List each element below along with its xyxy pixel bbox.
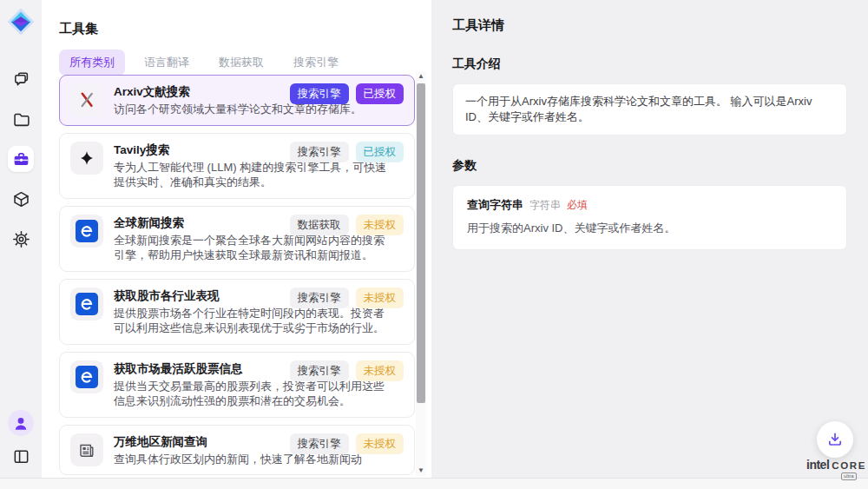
parameter-header: 查询字符串 字符串 必填	[467, 197, 832, 213]
tool-card[interactable]: 万维地区新闻查询 查询具体行政区划内的新闻，快速了解各地新闻动 搜索引擎 未授权	[59, 425, 415, 476]
auth-status-badge[interactable]: 未授权	[356, 215, 404, 235]
app-logo-gem-icon	[6, 7, 36, 36]
tool-description: 专为人工智能代理 (LLM) 构建的搜索引擎工具，可快速提供实时、准确和真实的结…	[114, 160, 391, 190]
gear-icon	[12, 230, 30, 248]
chat-icon	[12, 70, 30, 89]
auth-status-badge[interactable]: 已授权	[356, 83, 404, 104]
tool-badges: 搜索引擎 未授权	[290, 360, 404, 381]
cube-icon	[12, 190, 30, 208]
panel-left-icon	[12, 447, 30, 466]
tool-badges: 搜索引擎 未授权	[290, 287, 404, 308]
collapse-sidebar-button[interactable]	[8, 443, 34, 469]
category-tabs: 所有类别语言翻译数据获取搜索引擎	[59, 50, 349, 76]
person-icon	[11, 413, 30, 433]
tool-detail-panel: 工具详情 工具介绍 一个用于从Arxiv存储库搜索科学论文和文章的工具。 输入可…	[431, 0, 868, 478]
scroll-up-arrow-icon[interactable]: ▲	[416, 71, 426, 82]
tools-panel-title: 工具集	[59, 21, 98, 37]
tool-icon-tile	[70, 433, 103, 466]
params-heading: 参数	[452, 158, 847, 174]
list-scrollbar[interactable]: ▲ ▼	[416, 71, 426, 476]
arxiv-icon	[77, 90, 96, 109]
newspaper-icon	[77, 440, 96, 459]
auth-status-badge[interactable]: 未授权	[356, 287, 404, 308]
tool-card[interactable]: 获取股市各行业表现 提供股票市场各个行业在特定时间段内的表现。投资者可以利用这些…	[59, 279, 415, 345]
download-button[interactable]	[817, 421, 853, 458]
tool-description: 提供当天交易量最高的股票列表，投资者可以利用这些信息来识别流动性强的股票和潜在的…	[114, 379, 391, 409]
footer-strip	[0, 478, 868, 489]
category-badge: 搜索引擎	[290, 83, 349, 104]
tool-description: 提供股票市场各个行业在特定时间段内的表现。投资者可以利用这些信息来识别表现优于或…	[114, 306, 391, 336]
tool-badges: 搜索引擎 已授权	[290, 142, 404, 162]
tool-icon-tile	[70, 287, 103, 320]
globe-news-icon	[76, 367, 97, 387]
toolbox-icon	[12, 150, 30, 169]
sidebar-item-chat[interactable]	[8, 66, 34, 92]
tool-badges: 数据获取 未授权	[290, 215, 404, 235]
tool-badges: 搜索引擎 未授权	[290, 433, 404, 454]
category-badge: 搜索引擎	[290, 360, 349, 381]
tool-description: 全球新闻搜索是一个聚合全球各大新闻网站内容的搜索引擎，帮助用户快速获取全球最新资…	[114, 233, 391, 263]
rail-bottom	[8, 410, 34, 469]
tools-panel: 工具集 所有类别语言翻译数据获取搜索引擎 Arxiv文献搜索 访问各个研究领域大…	[42, 0, 431, 478]
parameter-name: 查询字符串	[467, 197, 523, 213]
globe-news-icon	[76, 221, 97, 241]
parameter-card: 查询字符串 字符串 必填 用于搜索的Arxiv ID、关键字或作者姓名。	[452, 185, 847, 250]
category-badge: 搜索引擎	[290, 287, 349, 308]
sidebar-item-files[interactable]	[8, 106, 34, 132]
auth-status-badge[interactable]: 已授权	[356, 142, 404, 162]
core-wordmark: CORE	[832, 460, 866, 471]
scroll-down-arrow-icon[interactable]: ▼	[416, 466, 426, 476]
parameter-description: 用于搜索的Arxiv ID、关键字或作者姓名。	[467, 221, 832, 236]
tool-card[interactable]: Tavily搜索 专为人工智能代理 (LLM) 构建的搜索引擎工具，可快速提供实…	[59, 133, 415, 199]
folder-icon	[12, 110, 30, 129]
tool-icon-tile	[70, 360, 103, 393]
user-avatar[interactable]	[8, 410, 34, 436]
tool-icon-tile	[70, 142, 103, 175]
detail-title: 工具详情	[452, 17, 847, 34]
ultra-badge: ultra	[841, 472, 857, 480]
tab-search-engine[interactable]: 搜索引擎	[283, 50, 349, 76]
sidebar-item-tools[interactable]	[8, 146, 34, 172]
tab-all-categories[interactable]: 所有类别	[59, 50, 125, 76]
globe-news-icon	[76, 294, 97, 314]
sidebar-item-models[interactable]	[8, 186, 34, 212]
tool-card[interactable]: 全球新闻搜索 全球新闻搜索是一个聚合全球各大新闻网站内容的搜索引擎，帮助用户快速…	[59, 206, 415, 272]
rail-nav	[8, 66, 34, 252]
intel-wordmark: intel	[806, 458, 829, 472]
parameter-type: 字符串	[529, 198, 561, 213]
star-icon	[78, 149, 95, 167]
download-icon	[826, 431, 844, 448]
tab-language-translation[interactable]: 语言翻译	[134, 50, 200, 76]
scrollbar-thumb[interactable]	[417, 83, 425, 403]
intro-text: 一个用于从Arxiv存储库搜索科学论文和文章的工具。 输入可以是Arxiv ID…	[452, 83, 847, 135]
tool-badges: 搜索引擎 已授权	[290, 83, 404, 104]
parameter-required-badge: 必填	[567, 198, 588, 213]
category-badge: 搜索引擎	[290, 142, 349, 162]
category-badge: 搜索引擎	[290, 433, 349, 454]
tab-data-acquisition[interactable]: 数据获取	[208, 50, 274, 76]
tool-icon-tile	[70, 83, 103, 116]
tool-card[interactable]: Arxiv文献搜索 访问各个研究领域大量科学论文和文章的存储库。 搜索引擎 已授…	[59, 75, 415, 126]
tool-list: Arxiv文献搜索 访问各个研究领域大量科学论文和文章的存储库。 搜索引擎 已授…	[59, 75, 415, 478]
category-badge: 数据获取	[290, 215, 349, 235]
tool-icon-tile	[70, 215, 103, 248]
auth-status-badge[interactable]: 未授权	[356, 433, 404, 454]
intel-core-logo: intel CORE ultra	[806, 458, 860, 480]
auth-status-badge[interactable]: 未授权	[356, 360, 404, 381]
sidebar-item-settings[interactable]	[8, 226, 34, 252]
tool-card[interactable]: 获取市场最活跃股票信息 提供当天交易量最高的股票列表，投资者可以利用这些信息来识…	[59, 352, 415, 418]
icon-rail	[0, 0, 42, 478]
intro-heading: 工具介绍	[452, 56, 847, 72]
app-window: 工具集 所有类别语言翻译数据获取搜索引擎 Arxiv文献搜索 访问各个研究领域大…	[0, 0, 868, 489]
